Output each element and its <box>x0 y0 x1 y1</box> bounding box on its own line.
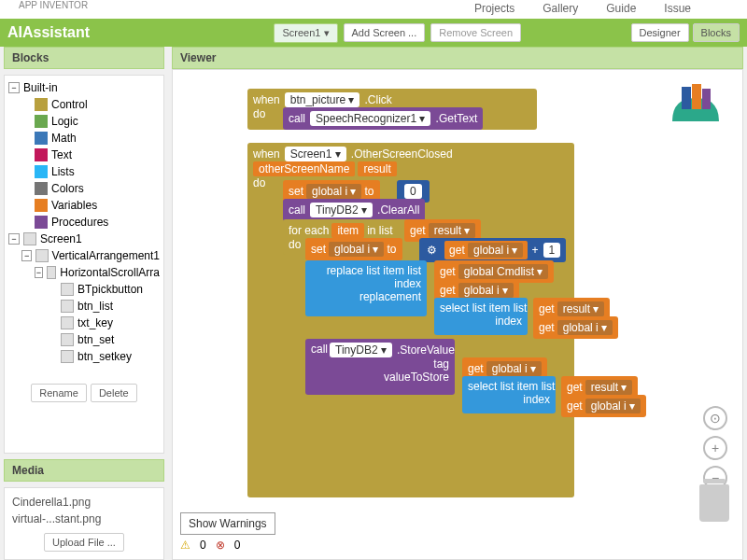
toggle-builtin[interactable]: − <box>8 82 20 93</box>
warn-count: 0 <box>200 539 206 552</box>
swatch-lists <box>35 165 48 178</box>
cat-control[interactable]: Control <box>51 98 88 111</box>
warning-icon: ⚠ <box>180 539 190 552</box>
add-screen-button[interactable]: Add Screen ... <box>344 23 426 42</box>
swatch-procedures <box>35 216 48 229</box>
layout-icon <box>35 249 48 262</box>
replace-list-block[interactable]: replace list item listindexreplacement <box>305 260 427 316</box>
get-globali-2[interactable]: get global i ▾ <box>533 316 618 339</box>
select-list-2[interactable]: select list item listindex <box>462 376 556 413</box>
warnings-bar: ⚠0 ⊗0 <box>180 539 240 552</box>
designer-button[interactable]: Designer <box>631 23 689 42</box>
toggle-va[interactable]: − <box>21 250 32 261</box>
cat-variables[interactable]: Variables <box>51 199 97 212</box>
screen-icon <box>23 232 36 245</box>
backpack-icon[interactable] <box>668 79 724 131</box>
comp-btnsetkey[interactable]: btn_setkey <box>78 350 132 363</box>
comp-screen1[interactable]: Screen1 <box>40 232 82 245</box>
button-icon <box>61 283 74 296</box>
show-warnings-button[interactable]: Show Warnings <box>180 512 275 535</box>
comp-btnset[interactable]: btn_set <box>78 333 114 346</box>
svg-rect-0 <box>682 87 691 109</box>
comp-bt[interactable]: BTpickbutton <box>78 283 143 296</box>
remove-screen-button[interactable]: Remove Screen <box>430 23 521 42</box>
nav-projects[interactable]: Projects <box>474 2 514 17</box>
toggle-hsa[interactable]: − <box>35 267 43 278</box>
zoom-in-button[interactable]: + <box>703 436 727 460</box>
blocks-panel-title: Blocks <box>4 47 164 69</box>
cat-colors[interactable]: Colors <box>51 182 84 195</box>
cat-lists[interactable]: Lists <box>51 165 75 178</box>
cat-text[interactable]: Text <box>51 148 72 161</box>
get-globali-3[interactable]: get global i ▾ <box>561 395 646 417</box>
zoom-center-button[interactable]: ⊙ <box>703 406 727 430</box>
comp-txtkey[interactable]: txt_key <box>78 316 113 329</box>
param-osn[interactable]: otherScreenName <box>253 161 355 176</box>
tree-hscroll[interactable] <box>8 365 160 380</box>
call-sr-block[interactable]: call SpeechRecognizer1 ▾ .GetText <box>283 107 483 130</box>
logo-text: APP INVENTOR <box>19 0 88 10</box>
builtin-label[interactable]: Built-in <box>23 81 58 94</box>
cat-math[interactable]: Math <box>51 132 77 145</box>
cat-logic[interactable]: Logic <box>51 115 78 128</box>
toggle-screen1[interactable]: − <box>8 233 20 245</box>
svg-rect-2 <box>702 89 711 109</box>
swatch-control <box>35 98 48 111</box>
storeval-block[interactable]: call TinyDB2 ▾ .StoreValuetagvalueToStor… <box>305 339 455 395</box>
media-panel: Cinderella1.png virtual-...stant.png Upl… <box>4 487 164 560</box>
blocks-button[interactable]: Blocks <box>693 23 740 42</box>
swatch-text <box>35 148 48 161</box>
nav-gallery[interactable]: Gallery <box>543 2 578 17</box>
call-clearall[interactable]: call TinyDB2 ▾ .ClearAll <box>283 199 425 221</box>
button-icon <box>61 350 74 363</box>
plus-block[interactable]: ⚙ get global i ▾ + 1 <box>419 238 566 262</box>
media-file-2[interactable]: virtual-...stant.png <box>10 511 158 527</box>
media-panel-title: Media <box>4 459 164 482</box>
nav-guide[interactable]: Guide <box>606 2 636 17</box>
zoom-controls: ⊙ + − <box>703 406 727 490</box>
blocks-tree: −Built-in Control Logic Math Text Lists … <box>4 75 164 454</box>
media-file-1[interactable]: Cinderella1.png <box>10 494 158 511</box>
text-icon <box>61 316 74 329</box>
comp-btnlist[interactable]: btn_list <box>78 300 113 313</box>
svg-rect-1 <box>692 84 701 109</box>
select-list-1[interactable]: select list item listindex <box>434 298 528 335</box>
viewer-panel-title: Viewer <box>172 47 743 69</box>
cat-procedures[interactable]: Procedures <box>51 216 108 229</box>
button-icon <box>61 300 74 313</box>
nav-issue[interactable]: Issue <box>664 2 691 17</box>
upload-file-button[interactable]: Upload File ... <box>44 533 124 552</box>
error-icon: ⊗ <box>216 539 225 552</box>
swatch-variables <box>35 199 48 212</box>
comp-va[interactable]: VerticalArrangement1 <box>52 249 160 262</box>
button-icon <box>61 333 74 346</box>
comp-hsa[interactable]: HorizontalScrollArra <box>60 266 160 279</box>
err-count: 0 <box>234 539 241 552</box>
screen-dropdown[interactable]: Screen1 ▾ <box>274 23 337 43</box>
header-bar: AIAssistant Screen1 ▾ Add Screen ... Rem… <box>0 19 747 47</box>
delete-button[interactable]: Delete <box>91 384 137 402</box>
swatch-colors <box>35 182 48 195</box>
swatch-math <box>35 132 48 145</box>
param-result[interactable]: result <box>358 161 396 176</box>
rename-button[interactable]: Rename <box>31 384 87 402</box>
app-title: AIAssistant <box>7 24 90 41</box>
layout-icon <box>47 266 56 279</box>
trash-icon[interactable] <box>699 484 729 522</box>
blocks-canvas[interactable]: when btn_picture ▾ .Click do call Speech… <box>172 69 743 560</box>
swatch-logic <box>35 115 48 128</box>
set-global-i-plus[interactable]: set global i ▾ to <box>305 238 402 260</box>
